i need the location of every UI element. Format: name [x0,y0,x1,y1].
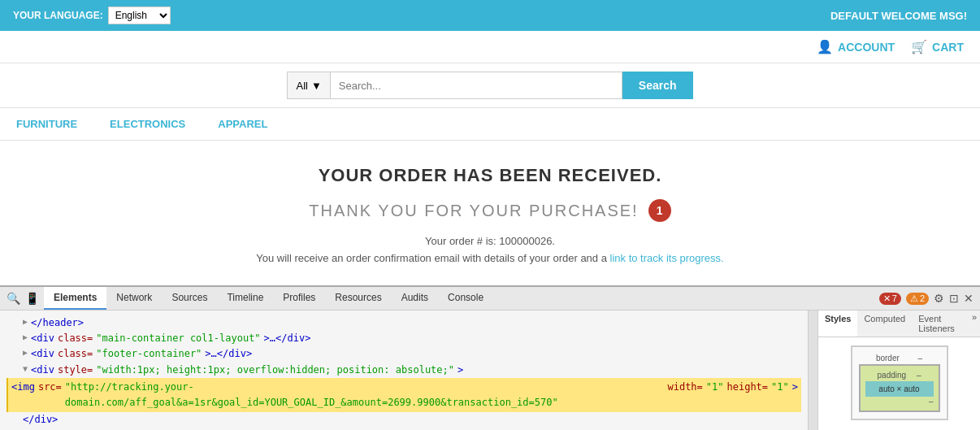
devtools-close-icon[interactable]: ✕ [964,292,973,305]
collapse-arrow-2[interactable]: ▶ [23,331,28,344]
order-received-title: YOUR ORDER HAS BEEN RECEIVED. [16,165,964,186]
box-model-border: border – padding – auto × auto – [851,345,948,420]
cart-icon [911,39,927,54]
thank-you-row: THANK YOU FOR YOUR PURCHASE! 1 [16,199,964,222]
order-number: Your order # is: 100000026. [16,235,964,247]
main-content: YOUR ORDER HAS BEEN RECEIVED. THANK YOU … [0,141,980,285]
right-panel-more[interactable]: » [969,311,980,337]
devtools-tab-bar: 🔍 📱 Elements Network Sources Timeline Pr… [0,287,980,311]
language-label: YOUR LANGUAGE: [13,10,103,21]
collapse-arrow-4[interactable]: ▼ [23,363,28,376]
devtools-right-tab-bar: Styles Computed Event Listeners » [818,311,980,337]
devtools-tab-profiles[interactable]: Profiles [273,287,325,310]
code-line-4: ▼ <div style= "width:1px; height:1px; ov… [7,363,801,378]
box-model: border – padding – auto × auto – [818,337,980,428]
code-line-5-highlighted[interactable]: <img src= "http://tracking.your-domain.c… [7,378,801,412]
warn-badge: ⚠ 2 [906,293,929,305]
devtools-tab-network[interactable]: Network [106,287,162,310]
warn-icon: ⚠ [910,293,918,304]
box-model-content: auto × auto [865,381,934,397]
devtools-tab-styles[interactable]: Styles [818,311,857,337]
welcome-message: DEFAULT WELCOME MSG! [830,10,967,22]
devtools-body: ▶ </header> ▶ <div class= "main-containe… [0,311,980,430]
search-bar: All ▼ Search [0,63,980,108]
devtools-tab-event-listeners[interactable]: Event Listeners [912,311,969,337]
error-badge: ✕ 7 [879,293,901,305]
devtools-status-icons: ✕ 7 ⚠ 2 ⚙ ⊡ ✕ [879,292,973,305]
devtools-tab-timeline[interactable]: Timeline [217,287,273,310]
header-actions: ACCOUNT CART [817,39,964,54]
cart-link[interactable]: CART [911,39,964,54]
nav-item-furniture[interactable]: FURNITURE [16,118,77,130]
devtools-tab-resources[interactable]: Resources [325,287,391,310]
devtools-panel: 🔍 📱 Elements Network Sources Timeline Pr… [0,285,980,430]
devtools-dock-icon[interactable]: ⊡ [949,292,959,305]
chevron-down-icon: ▼ [311,80,322,92]
confirmation-text: You will receive an order confirmation e… [256,252,607,264]
nav-item-electronics[interactable]: ELECTRONICS [110,118,185,130]
search-input[interactable] [330,72,622,99]
code-line-6: </div> [7,412,801,428]
border-label: border – [859,354,940,363]
devtools-tab-sources[interactable]: Sources [162,287,217,310]
box-model-padding: padding – auto × auto – [859,364,940,412]
devtools-scrollbar[interactable] [808,311,817,430]
user-icon [817,39,833,54]
devtools-tab-computed[interactable]: Computed [857,311,912,337]
devtools-styles-panel: Styles Computed Event Listeners » border… [817,311,980,430]
cart-label: CART [932,41,964,54]
collapse-arrow-1[interactable]: ▶ [23,315,28,328]
devtools-tab-elements[interactable]: Elements [44,287,106,310]
devtools-settings-icon[interactable]: ⚙ [934,292,944,305]
navigation-bar: FURNITURE ELECTRONICS APPAREL [0,108,980,141]
error-icon: ✕ [883,293,891,304]
annotation-badge-1: 1 [648,199,671,222]
devtools-search-icon[interactable]: 🔍 [7,292,20,305]
devtools-tab-console[interactable]: Console [438,287,493,310]
padding-label: padding – [865,371,934,380]
top-bar: YOUR LANGUAGE: EnglishFrançaisDeutschEsp… [0,0,980,31]
code-line-1: ▶ </header> [7,315,801,331]
box-model-minus: – [865,397,934,406]
collapse-arrow-3[interactable]: ▶ [23,346,28,359]
devtools-tab-audits[interactable]: Audits [392,287,438,310]
header: ACCOUNT CART [0,31,980,63]
search-button[interactable]: Search [622,72,693,99]
account-label: ACCOUNT [838,41,895,54]
error-count: 7 [892,293,897,303]
code-line-2: ▶ <div class= "main-container col1-layou… [7,331,801,346]
language-selector[interactable]: YOUR LANGUAGE: EnglishFrançaisDeutschEsp… [13,7,171,24]
devtools-elements-panel: ▶ </header> ▶ <div class= "main-containe… [0,311,808,430]
thank-you-text: THANK YOU FOR YOUR PURCHASE! [309,202,638,220]
track-order-link[interactable]: link to track its progress. [610,252,724,264]
account-link[interactable]: ACCOUNT [817,39,895,54]
search-category-value: All [296,80,307,92]
language-select[interactable]: EnglishFrançaisDeutschEspañol [108,7,171,24]
warn-count: 2 [920,293,925,303]
nav-item-apparel[interactable]: APPAREL [218,118,267,130]
search-bar-inner: All ▼ Search [287,72,692,99]
search-category-dropdown[interactable]: All ▼ [287,72,329,99]
devtools-device-icon[interactable]: 📱 [25,292,39,305]
code-line-3: ▶ <div class= "footer-container" >…</div… [7,346,801,362]
confirmation-message: You will receive an order confirmation e… [16,252,964,264]
